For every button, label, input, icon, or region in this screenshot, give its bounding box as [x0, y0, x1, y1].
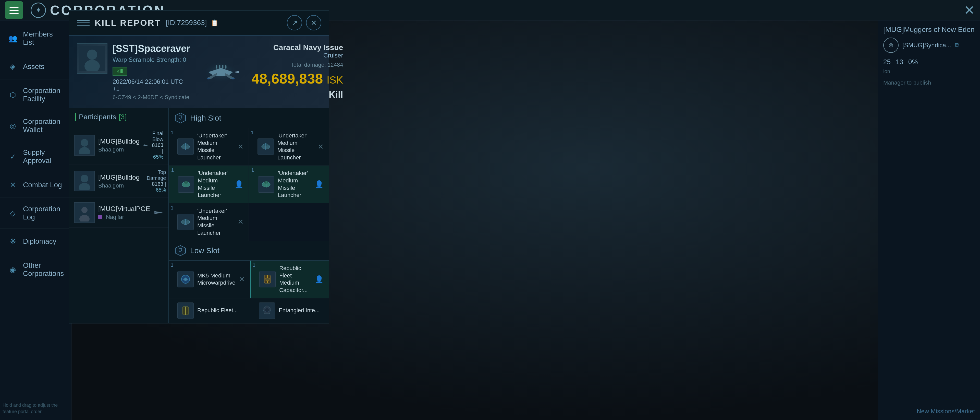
right-missions-link[interactable]: New Missions/Market: [917, 408, 975, 415]
modal-copy-icon[interactable]: 📋: [211, 19, 218, 26]
slot-person-3: 👤: [234, 180, 243, 188]
facility-icon: ⬡: [8, 89, 18, 100]
modal-id: [ID:7259363] 📋: [166, 19, 218, 27]
high-slot-header: ⛉ High Slot: [169, 108, 329, 128]
participant-ship-2: Bhaalgorn: [98, 182, 140, 189]
participants-title: Participants: [79, 113, 116, 121]
slot-person-4: 👤: [315, 180, 324, 188]
corp-emblem-icon: ⊗: [883, 38, 899, 53]
participants-count: [3]: [119, 113, 127, 121]
participant-avatar-3: [74, 202, 95, 223]
ls-name-2: Republic Fleet Medium Capacitor...: [279, 265, 311, 294]
slot-num-3: 1: [171, 168, 174, 173]
ls-close-1[interactable]: ✕: [239, 275, 245, 284]
participant-avatar-1: [74, 135, 95, 156]
slot-icon-3: [178, 176, 194, 193]
sidebar-item-diplomacy[interactable]: ❋ Diplomacy: [0, 228, 71, 254]
victim-avatar: [77, 43, 107, 74]
ls-name-3: Republic Fleet...: [197, 307, 245, 314]
log-icon: ◇: [8, 208, 18, 218]
slot-name-1: 'Undertaker' Medium Missile Launcher: [197, 132, 234, 161]
svg-point-13: [231, 78, 235, 79]
participant-ship-icon-1: [143, 140, 148, 150]
ls-icon-2: [259, 271, 275, 287]
ls-name-1: MK5 Medium Microwarpdrive: [197, 272, 235, 287]
participant-name-3: [MUG]VirtualPGE: [98, 205, 150, 213]
sidebar-item-other-corporations[interactable]: ◉ Other Corporations: [0, 254, 71, 285]
slot-close-5[interactable]: ✕: [238, 218, 243, 226]
participant-stats-1: Final Blow 8163 | 65%: [152, 131, 164, 160]
sidebar-item-corporation-wallet[interactable]: ◎ Corporation Wallet: [0, 110, 71, 141]
participants-accent: [75, 113, 76, 121]
sidebar-label-members: Members List: [23, 30, 64, 46]
sidebar-item-corporation-log[interactable]: ◇ Corporation Log: [0, 198, 71, 228]
low-slot-item-2[interactable]: 1 Republic Fleet Medium Capacitor... 👤: [250, 260, 329, 298]
sidebar-label-log: Corporation Log: [23, 205, 64, 221]
svg-rect-6: [219, 65, 220, 69]
sidebar-item-supply-approval[interactable]: ✓ Supply Approval: [0, 141, 71, 172]
right-num3: 0%: [908, 58, 918, 66]
wallet-icon: ◎: [8, 121, 18, 131]
low-slot-item-3[interactable]: Republic Fleet...: [169, 299, 250, 323]
low-slot-item-4[interactable]: Entangled Inte...: [250, 299, 329, 323]
hamburger-button[interactable]: [5, 1, 23, 19]
participant-info-1: [MUG]Bulldog Bhaalgorn: [98, 137, 140, 153]
svg-point-12: [207, 78, 210, 79]
slot-close-2[interactable]: ✕: [318, 142, 324, 151]
modal-export-button[interactable]: ↗: [287, 15, 302, 30]
ls-num-2: 1: [253, 263, 255, 268]
total-damage-text: Total damage:: [291, 62, 326, 68]
participant-pct-2: 65%: [156, 187, 166, 193]
participant-role-1: Final Blow: [152, 131, 164, 142]
slot-icon-2: [258, 139, 274, 155]
modal-close-button[interactable]: ✕: [306, 15, 321, 30]
top-close-button[interactable]: ✕: [964, 3, 975, 17]
sidebar-label-supply: Supply Approval: [23, 149, 64, 165]
high-slot-item-4[interactable]: 1 'Undertaker' Medium Missile Launcher 👤: [249, 166, 329, 203]
participant-item-3[interactable]: [MUG]VirtualPGE Naglfar: [69, 198, 169, 228]
right-corp-tag: [SMUG]Syndica...: [902, 42, 951, 49]
kill-details: [SST]Spaceraver Warp Scramble Strength: …: [113, 43, 190, 101]
high-slot-item-1[interactable]: 1 'Undertaker' Medium Missile Launcher ✕: [169, 128, 249, 166]
sidebar-label-other-corp: Other Corporations: [23, 261, 64, 278]
slot-num-4: 1: [251, 168, 254, 173]
participant-ship-1: Bhaalgorn: [98, 146, 140, 153]
participant-item-2[interactable]: [MUG]Bulldog Bhaalgorn Top Damage 8163 |…: [69, 165, 169, 198]
high-slot-item-3[interactable]: 1 'Undertaker' Medium Missile Launcher 👤: [169, 166, 249, 203]
other-corp-icon: ◉: [8, 264, 18, 275]
members-icon: 👥: [8, 33, 18, 43]
low-slot-item-1[interactable]: 1 MK5 Medium Microwarpdrive ✕: [169, 260, 250, 298]
high-slot-item-2[interactable]: 1 'Undertaker' Medium Missile Launcher ✕: [249, 128, 329, 166]
sidebar-item-assets[interactable]: ◈ Assets: [0, 54, 71, 80]
participant-avatar-2: [74, 171, 95, 192]
participant-name-2: [MUG]Bulldog: [98, 174, 140, 181]
right-num2: 13: [896, 58, 903, 66]
slot-icon-4: [258, 176, 274, 193]
sidebar-bottom-hint: Hold and drag to adjust thefeature porta…: [3, 402, 58, 415]
kill-stats: Caracal Navy Issue Cruiser Total damage:…: [251, 43, 343, 101]
participants-panel: Participants [3] [MUG]Bulldog Bhaalgorn: [69, 108, 169, 323]
high-slot-title: High Slot: [190, 114, 221, 122]
ls-icon-4: [259, 302, 275, 319]
sidebar-label-wallet: Corporation Wallet: [23, 118, 64, 134]
participant-numbers-2: 8163 | 65%: [147, 181, 166, 193]
sidebar-item-combat-log[interactable]: ✕ Combat Log: [0, 172, 71, 198]
slots-panel: ⛉ High Slot 1 'Undertaker' Medium Missil…: [169, 108, 329, 323]
sidebar-item-corporation-facility[interactable]: ⬡ Corporation Facility: [0, 80, 71, 110]
ship-image: [195, 43, 246, 101]
slot-close-1[interactable]: ✕: [238, 142, 243, 151]
participant-damage-1: 8163: [152, 142, 164, 148]
high-slot-item-5[interactable]: 1 'Undertaker' Medium Missile Launcher ✕: [169, 203, 249, 241]
participant-item-1[interactable]: [MUG]Bulldog Bhaalgorn Final Blow 8163 |: [69, 126, 169, 165]
svg-text:⛉: ⛉: [178, 115, 183, 121]
right-corp-name: [MUG]Muggers of New Eden: [883, 26, 975, 34]
sidebar-label-facility: Corporation Facility: [23, 86, 64, 103]
total-damage-value: 12484: [328, 62, 343, 68]
modal-menu-button[interactable]: [77, 16, 89, 29]
right-num1: 25: [883, 58, 891, 66]
right-label-ion: ion: [883, 69, 975, 74]
participant-ship-3: Naglfar: [98, 214, 150, 220]
kill-badge: Kill: [113, 67, 127, 76]
right-copy-icon[interactable]: ⧉: [955, 42, 959, 49]
sidebar-item-members-list[interactable]: 👥 Members List: [0, 23, 71, 54]
